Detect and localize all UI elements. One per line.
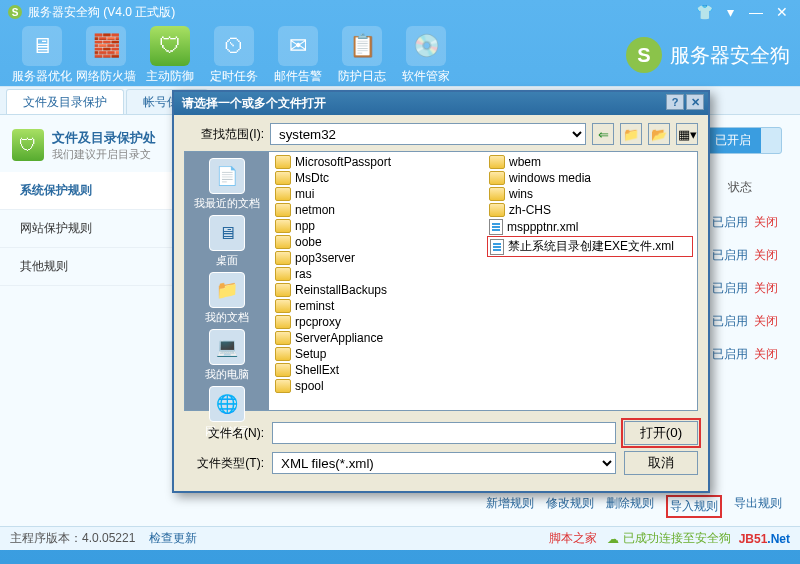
folder-item[interactable]: netmon <box>273 202 479 218</box>
file-item[interactable]: 禁止系统目录创建EXE文件.xml <box>487 236 693 257</box>
back-button[interactable]: ⇐ <box>592 123 614 145</box>
sw-mgr-icon: 💿 <box>406 26 446 66</box>
folder-item[interactable]: oobe <box>273 234 479 250</box>
file-name: ras <box>295 267 312 281</box>
folder-icon <box>275 187 291 201</box>
file-name: MicrosoftPassport <box>295 155 391 169</box>
delete-rule-link[interactable]: 删除规则 <box>606 495 654 518</box>
file-name: rpcproxy <box>295 315 341 329</box>
shield-folder-icon: 🛡 <box>12 129 44 161</box>
up-button[interactable]: 📁 <box>620 123 642 145</box>
cancel-button[interactable]: 取消 <box>624 451 698 475</box>
filename-input[interactable] <box>272 422 616 444</box>
dialog-help-button[interactable]: ? <box>666 94 684 110</box>
file-name: oobe <box>295 235 322 249</box>
sidebar-heading: 🛡 文件及目录保护处 我们建议开启目录文 <box>0 125 180 172</box>
filetype-label: 文件类型(T): <box>184 455 264 472</box>
open-button[interactable]: 打开(0) <box>624 421 698 445</box>
folder-item[interactable]: ServerAppliance <box>273 330 479 346</box>
folder-icon <box>275 363 291 377</box>
toolbar-timer[interactable]: ⏲定时任务 <box>202 26 266 85</box>
file-name: MsDtc <box>295 171 329 185</box>
folder-icon <box>275 267 291 281</box>
sidebar-item-site-rules[interactable]: 网站保护规则 <box>0 210 180 248</box>
place-recent[interactable]: 📄我最近的文档 <box>194 158 260 211</box>
sidebar-item-other-rules[interactable]: 其他规则 <box>0 248 180 286</box>
toolbar-logs[interactable]: 📋防护日志 <box>330 26 394 85</box>
rule-close-link[interactable]: 关闭 <box>754 280 778 297</box>
file-name: Setup <box>295 347 326 361</box>
tab-file-dir[interactable]: 文件及目录保护 <box>6 89 124 114</box>
xml-file-icon <box>490 239 504 255</box>
dialog-titlebar[interactable]: 请选择一个或多个文件打开 ? ✕ <box>174 92 708 115</box>
cloud-icon: ☁ <box>607 532 619 546</box>
folder-item[interactable]: mui <box>273 186 479 202</box>
file-item[interactable]: msppptnr.xml <box>487 218 693 236</box>
folder-item[interactable]: pop3server <box>273 250 479 266</box>
sidebar-title: 文件及目录保护处 <box>52 129 156 147</box>
new-folder-button[interactable]: 📂 <box>648 123 670 145</box>
folder-item[interactable]: MsDtc <box>273 170 479 186</box>
file-name: wbem <box>509 155 541 169</box>
folder-item[interactable]: wbem <box>487 154 693 170</box>
minimize-button[interactable]: — <box>746 4 766 20</box>
rule-close-link[interactable]: 关闭 <box>754 346 778 363</box>
folder-item[interactable]: Setup <box>273 346 479 362</box>
folder-item[interactable]: ShellExt <box>273 362 479 378</box>
mydocs-icon: 📁 <box>209 272 245 308</box>
toolbar-firewall[interactable]: 🧱网络防火墙 <box>74 26 138 85</box>
folder-item[interactable]: zh-CHS <box>487 202 693 218</box>
app-shield-icon: S <box>8 5 22 19</box>
recent-icon: 📄 <box>209 158 245 194</box>
dropdown-icon[interactable]: ▾ <box>720 4 740 20</box>
folder-item[interactable]: windows media <box>487 170 693 186</box>
folder-item[interactable]: ReinstallBackups <box>273 282 479 298</box>
dialog-close-button[interactable]: ✕ <box>686 94 704 110</box>
dialog-title-text: 请选择一个或多个文件打开 <box>182 96 326 110</box>
folder-item[interactable]: ras <box>273 266 479 282</box>
filetype-select[interactable]: XML files(*.xml) <box>272 452 616 474</box>
brand: S 服务器安全狗 <box>626 37 790 73</box>
toolbar-active-defense[interactable]: 🛡主动防御 <box>138 26 202 85</box>
folder-item[interactable]: rpcproxy <box>273 314 479 330</box>
rule-close-link[interactable]: 关闭 <box>754 313 778 330</box>
rule-close-link[interactable]: 关闭 <box>754 247 778 264</box>
edit-rule-link[interactable]: 修改规则 <box>546 495 594 518</box>
place-mydocs[interactable]: 📁我的文档 <box>205 272 249 325</box>
statusbar: 主程序版本：4.0.05221 检查更新 脚本之家 ☁ 已成功连接至安全狗 JB… <box>0 526 800 550</box>
enabled-off-label <box>761 137 781 145</box>
place-mypc[interactable]: 💻我的电脑 <box>205 329 249 382</box>
file-name: spool <box>295 379 324 393</box>
export-rule-link[interactable]: 导出规则 <box>734 495 782 518</box>
folder-item[interactable]: reminst <box>273 298 479 314</box>
enabled-toggle[interactable]: 已开启 <box>704 127 782 154</box>
toolbar-srv-optimize[interactable]: 🖥服务器优化 <box>10 26 74 85</box>
connection-status: ☁ 已成功连接至安全狗 <box>607 530 731 547</box>
folder-item[interactable]: spool <box>273 378 479 394</box>
folder-icon <box>275 251 291 265</box>
view-menu-button[interactable]: ▦▾ <box>676 123 698 145</box>
look-in-select[interactable]: system32 <box>270 123 586 145</box>
file-name: 禁止系统目录创建EXE文件.xml <box>508 238 674 255</box>
import-rule-link[interactable]: 导入规则 <box>666 495 722 518</box>
shirt-icon[interactable]: 👕 <box>694 4 714 20</box>
toolbar-sw-mgr[interactable]: 💿软件管家 <box>394 26 458 85</box>
places-bar: 📄我最近的文档🖥桌面📁我的文档💻我的电脑🌐网上邻居 <box>185 152 269 410</box>
folder-icon <box>489 155 505 169</box>
check-update-link[interactable]: 检查更新 <box>149 530 197 547</box>
rule-enabled-label: 已启用 <box>712 280 748 297</box>
version-text: 主程序版本：4.0.05221 <box>10 530 135 547</box>
file-name: msppptnr.xml <box>507 220 578 234</box>
add-rule-link[interactable]: 新增规则 <box>486 495 534 518</box>
folder-item[interactable]: npp <box>273 218 479 234</box>
file-list[interactable]: MicrosoftPassportMsDtcmuinetmonnppoobepo… <box>269 152 697 410</box>
mypc-icon: 💻 <box>209 329 245 365</box>
sidebar-item-sys-rules[interactable]: 系统保护规则 <box>0 172 180 210</box>
close-button[interactable]: ✕ <box>772 4 792 20</box>
place-desktop[interactable]: 🖥桌面 <box>209 215 245 268</box>
toolbar-mail[interactable]: ✉邮件告警 <box>266 26 330 85</box>
filename-label: 文件名(N): <box>184 425 264 442</box>
folder-item[interactable]: MicrosoftPassport <box>273 154 479 170</box>
folder-item[interactable]: wins <box>487 186 693 202</box>
rule-close-link[interactable]: 关闭 <box>754 214 778 231</box>
